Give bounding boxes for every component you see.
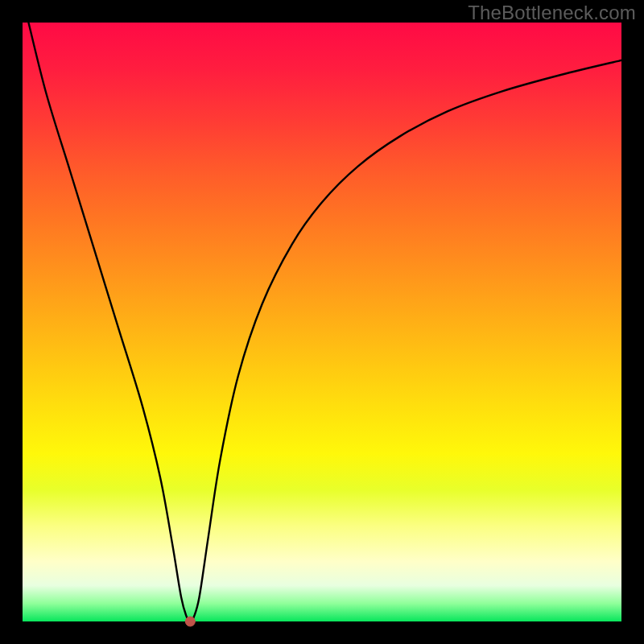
watermark-text: TheBottleneck.com bbox=[468, 2, 636, 24]
minimum-marker bbox=[185, 617, 195, 626]
chart-frame: TheBottleneck.com bbox=[0, 0, 644, 644]
curve-line bbox=[28, 23, 621, 621]
plot-area bbox=[23, 23, 621, 621]
curve-svg bbox=[23, 23, 621, 621]
